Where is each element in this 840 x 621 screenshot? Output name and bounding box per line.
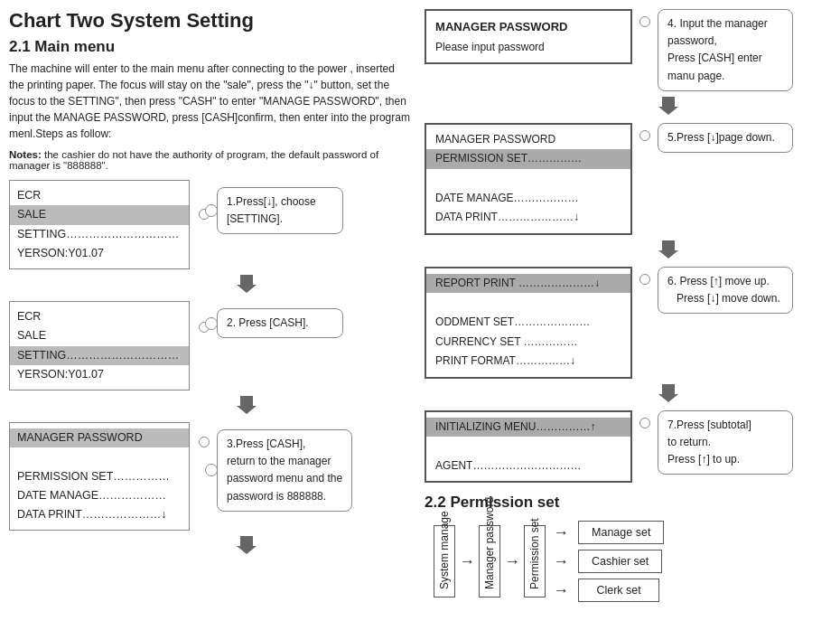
svg-marker-3 bbox=[658, 97, 678, 115]
step5-bubble: 5.Press [↓]page down. bbox=[658, 123, 793, 153]
right-column: MANAGER PASSWORD Please input password 4… bbox=[420, 9, 831, 612]
notes-text: Notes: the cashier do not have the autho… bbox=[9, 149, 411, 171]
screen2-date: DATE MANAGE……………… bbox=[435, 192, 578, 204]
step6-bubble: 6. Press [↑] move up. Press [↓] move dow… bbox=[658, 267, 793, 314]
ecr-sale-highlight: SALE bbox=[10, 205, 189, 224]
initializing-screen: INITIALIZING MENU……………↑ AGENT………………………… bbox=[425, 410, 632, 484]
ecr-setting-highlight: SETTING………………………… bbox=[10, 346, 189, 365]
right-step3-row: REPORT PRINT …………………↓ ODDMENT SET…………………… bbox=[425, 267, 831, 379]
screen2-data: DATA PRINT…………………↓ bbox=[435, 211, 579, 223]
right-step4-row: INITIALIZING MENU……………↑ AGENT………………………… … bbox=[425, 410, 831, 484]
report-screen: REPORT PRINT …………………↓ ODDMENT SET…………………… bbox=[425, 267, 632, 379]
screen3-print: PRINT FORMAT……………↓ bbox=[435, 354, 575, 367]
ecr-line-2b: SALE bbox=[17, 329, 46, 342]
arrow-right-cashier: → bbox=[553, 552, 569, 571]
step2-row: ECR SALE SETTING………………………… YERSON:Y01.07… bbox=[9, 301, 411, 390]
arrow-down-1 bbox=[81, 273, 411, 297]
ecr-manager-highlight: MANAGER PASSWORD bbox=[10, 428, 189, 447]
screen3-report-highlight: REPORT PRINT …………………↓ bbox=[426, 274, 630, 294]
permission-diagram: System manage → Manager password → Permi… bbox=[434, 521, 831, 602]
ecr-yerson-1: YERSON:Y01.07 bbox=[17, 247, 104, 259]
perm-items-col: → Manage set → Cashier set → Clerk set bbox=[549, 521, 664, 602]
step3-row: MANAGER PASSWORD PERMISSION SET…………… DAT… bbox=[9, 422, 411, 531]
main-title: Chart Two System Setting bbox=[9, 9, 411, 33]
system-manage-label: System manage bbox=[434, 525, 455, 597]
ecr-yerson-2: YERSON:Y01.07 bbox=[17, 368, 104, 381]
arrow-down-2 bbox=[81, 394, 411, 419]
permission-set-wrap: Permission set bbox=[524, 525, 546, 597]
svg-marker-1 bbox=[237, 396, 257, 414]
clerk-set-box: Clerk set bbox=[578, 579, 659, 602]
connector-3 bbox=[199, 437, 210, 447]
perm-item-cashier: → Cashier set bbox=[549, 550, 664, 573]
connector-r1 bbox=[639, 16, 650, 27]
screen2-manager: MANAGER PASSWORD bbox=[435, 133, 555, 146]
arrow-right-manage: → bbox=[553, 523, 569, 542]
left-column: Chart Two System Setting 2.1 Main menu T… bbox=[9, 9, 420, 612]
arrow-right-1: → bbox=[459, 552, 475, 571]
manager-password-label: Manager password bbox=[479, 525, 500, 597]
ecr-box-2: ECR SALE SETTING………………………… YERSON:Y01.07 bbox=[9, 301, 190, 390]
step2-bubble: 2. Press [CASH]. bbox=[217, 308, 343, 338]
ecr-data-1: DATA PRINT…………………↓ bbox=[17, 508, 167, 521]
ecr-line-1: ECR bbox=[17, 189, 41, 202]
manager-password-title-1: MANAGER PASSWORD bbox=[435, 20, 567, 33]
page: Chart Two System Setting 2.1 Main menu T… bbox=[0, 0, 840, 621]
manage-set-box: Manage set bbox=[578, 521, 664, 544]
arrow-right-2: → bbox=[504, 552, 520, 571]
screen4-agent: AGENT………………………… bbox=[435, 459, 581, 472]
right-arrow-down-3 bbox=[506, 382, 831, 407]
permission-set-section: 2.2 Permission set System manage → Manag… bbox=[425, 494, 831, 602]
cashier-set-box: Cashier set bbox=[578, 550, 662, 573]
step3-bubble: 3.Press [CASH],return to the managerpass… bbox=[217, 429, 352, 512]
manager-password-subtitle: Please input password bbox=[435, 41, 545, 53]
section-2-1-title: 2.1 Main menu bbox=[9, 38, 411, 56]
right-step1-row: MANAGER PASSWORD Please input password 4… bbox=[425, 9, 831, 91]
ecr-box-3: MANAGER PASSWORD PERMISSION SET…………… DAT… bbox=[9, 422, 190, 531]
arrow-right-clerk: → bbox=[553, 581, 569, 600]
right-step2-row: MANAGER PASSWORD PERMISSION SET…………… DAT… bbox=[425, 123, 831, 235]
perm-item-manage: → Manage set bbox=[549, 521, 664, 544]
arrow-down-3 bbox=[81, 534, 411, 559]
step1-bubble: 1.Press[↓], choose[SETTING]. bbox=[217, 187, 343, 234]
manager-password-screen-2: MANAGER PASSWORD PERMISSION SET…………… DAT… bbox=[425, 123, 632, 235]
ecr-setting-1: SETTING………………………… bbox=[17, 228, 179, 240]
manager-password-wrap: Manager password bbox=[479, 525, 500, 597]
svg-marker-2 bbox=[237, 536, 257, 554]
connector-r4 bbox=[639, 418, 650, 428]
permission-set-label: Permission set bbox=[524, 525, 546, 597]
step4-bubble: 4. Input the managerpassword,Press [CASH… bbox=[658, 9, 793, 91]
right-arrow-down-1 bbox=[506, 95, 831, 119]
ecr-perm-1: PERMISSION SET…………… bbox=[17, 470, 170, 483]
ecr-date-1: DATE MANAGE……………… bbox=[17, 489, 166, 502]
svg-marker-5 bbox=[658, 384, 678, 402]
connector-r3 bbox=[639, 274, 650, 285]
screen3-oddment: ODDMENT SET………………… bbox=[435, 315, 590, 328]
right-arrow-down-2 bbox=[506, 239, 831, 263]
ecr-box-1: ECR SALE SETTING………………………… YERSON:Y01.07 bbox=[9, 180, 190, 269]
screen4-init-highlight: INITIALIZING MENU……………↑ bbox=[426, 418, 630, 438]
perm-item-clerk: → Clerk set bbox=[549, 579, 664, 602]
connector-r2 bbox=[639, 130, 650, 141]
system-manage-wrap: System manage bbox=[434, 525, 455, 597]
ecr-line-2a: ECR bbox=[17, 310, 41, 323]
step1-row: ECR SALE SETTING………………………… YERSON:Y01.07… bbox=[9, 180, 411, 269]
screen2-perm-highlight: PERMISSION SET…………… bbox=[426, 149, 630, 169]
section-text: The machine will enter to the main menu … bbox=[9, 61, 411, 142]
step7-bubble: 7.Press [subtotal]to return.Press [↑] to… bbox=[658, 410, 793, 475]
screen3-currency: CURRENCY SET …………… bbox=[435, 335, 578, 348]
svg-marker-0 bbox=[237, 275, 257, 293]
manager-password-screen-1: MANAGER PASSWORD Please input password bbox=[425, 9, 632, 64]
svg-marker-4 bbox=[658, 240, 678, 259]
